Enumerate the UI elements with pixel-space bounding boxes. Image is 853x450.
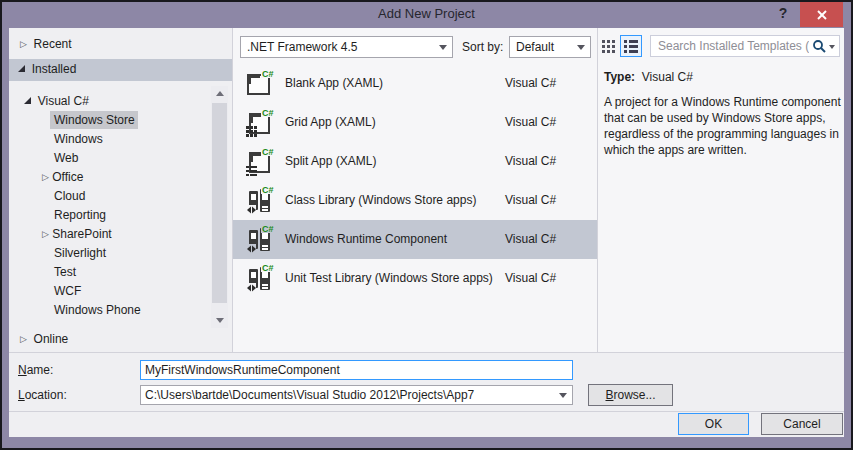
list-view-icon xyxy=(624,40,638,53)
tree-item-silverlight[interactable]: Silverlight xyxy=(54,246,106,260)
collapsed-arrow-icon[interactable]: ▷ xyxy=(42,172,49,182)
tree-item-sharepoint[interactable]: ▷ SharePoint xyxy=(42,227,112,241)
tree-item-recent[interactable]: ▷ Recent xyxy=(20,37,72,51)
template-type: Type: Visual C# xyxy=(604,70,693,84)
scroll-down-icon[interactable] xyxy=(211,313,228,328)
list-view-button[interactable] xyxy=(620,35,642,57)
chevron-down-icon xyxy=(559,393,567,398)
tree-item-visual-csharp[interactable]: Visual C# xyxy=(24,94,89,108)
tree-item-office[interactable]: ▷ Office xyxy=(42,170,83,184)
search-icon xyxy=(812,39,827,58)
expanded-arrow-icon[interactable] xyxy=(18,65,25,72)
windows-runtime-component-icon: C# xyxy=(244,223,276,255)
template-row-split-app[interactable]: C# Split App (XAML) Visual C# xyxy=(233,142,597,181)
scroll-up-icon[interactable] xyxy=(211,86,228,101)
collapsed-arrow-icon[interactable]: ▷ xyxy=(20,334,27,344)
location-combobox[interactable]: C:\Users\bartde\Documents\Visual Studio … xyxy=(140,385,573,405)
ok-button[interactable]: OK xyxy=(678,413,749,435)
template-description: A project for a Windows Runtime componen… xyxy=(604,94,844,158)
framework-combobox-value: .NET Framework 4.5 xyxy=(247,40,357,54)
tree-item-windows-store[interactable]: Windows Store xyxy=(54,113,135,127)
expanded-arrow-icon[interactable] xyxy=(24,97,31,104)
class-library-icon: C# xyxy=(244,184,276,216)
form-divider xyxy=(9,352,844,353)
svg-text:C#: C# xyxy=(262,263,274,273)
template-row-class-library[interactable]: C# Class Library (Windows Store apps) Vi… xyxy=(233,181,597,220)
location-value: C:\Users\bartde\Documents\Visual Studio … xyxy=(145,388,474,402)
sort-by-label: Sort by: xyxy=(462,40,503,54)
framework-combobox[interactable]: .NET Framework 4.5 xyxy=(240,36,453,58)
add-new-project-dialog: Add New Project ? .NET Framework 4.5 Sor… xyxy=(0,0,853,450)
svg-text:C#: C# xyxy=(262,69,274,79)
tree-item-test[interactable]: Test xyxy=(54,265,76,279)
location-label: Location: xyxy=(18,388,67,402)
split-app-icon: C# xyxy=(244,145,276,177)
tree-item-online[interactable]: ▷ Online xyxy=(20,332,68,346)
buttons-divider xyxy=(9,411,844,412)
sort-combobox[interactable]: Default xyxy=(509,36,591,58)
collapsed-arrow-icon[interactable]: ▷ xyxy=(42,229,49,239)
svg-text:C#: C# xyxy=(262,147,274,157)
blank-app-icon: C# xyxy=(244,67,276,99)
small-icons-grid-icon xyxy=(602,40,615,53)
scrollbar-thumb[interactable] xyxy=(212,103,227,303)
svg-text:C#: C# xyxy=(262,108,274,118)
type-label: Type: xyxy=(604,70,635,84)
help-button[interactable]: ? xyxy=(774,5,792,21)
tree-item-web[interactable]: Web xyxy=(54,151,78,165)
chevron-down-icon xyxy=(577,45,585,50)
tree-item-cloud[interactable]: Cloud xyxy=(54,189,85,203)
template-row-windows-runtime-component[interactable]: C# Windows Runtime Component Visual C# xyxy=(233,220,597,259)
tree-item-windows-phone[interactable]: Windows Phone xyxy=(54,303,141,317)
tree-item-wcf[interactable]: WCF xyxy=(54,284,81,298)
tree-item-installed[interactable]: Installed xyxy=(18,62,76,76)
search-box xyxy=(650,35,840,57)
template-row-blank-app[interactable]: C# Blank App (XAML) Visual C# xyxy=(233,64,597,103)
close-icon xyxy=(816,9,828,21)
browse-button[interactable]: Browse... xyxy=(588,384,673,406)
chevron-down-icon xyxy=(439,45,447,50)
cancel-button[interactable]: Cancel xyxy=(761,413,843,435)
list-details-divider xyxy=(597,28,598,352)
template-row-grid-app[interactable]: C# Grid App (XAML) Visual C# xyxy=(233,103,597,142)
tree-item-windows[interactable]: Windows xyxy=(54,132,103,146)
unit-test-library-icon: C# xyxy=(244,262,276,294)
template-row-unit-test-library[interactable]: C# Unit Test Library (Windows Store apps… xyxy=(233,259,597,298)
type-value: Visual C# xyxy=(642,70,693,84)
name-label: Name: xyxy=(18,363,53,377)
chevron-down-icon[interactable] xyxy=(829,45,835,49)
svg-text:C#: C# xyxy=(262,224,274,234)
close-button[interactable] xyxy=(800,2,843,27)
dialog-title: Add New Project xyxy=(0,6,853,21)
svg-text:C#: C# xyxy=(262,185,274,195)
tree-item-reporting[interactable]: Reporting xyxy=(54,208,106,222)
search-input[interactable] xyxy=(656,38,811,54)
sort-combobox-value: Default xyxy=(516,40,554,54)
name-input[interactable] xyxy=(140,360,573,380)
grid-app-icon: C# xyxy=(244,106,276,138)
collapsed-arrow-icon[interactable]: ▷ xyxy=(20,39,27,49)
tree-scrollbar[interactable] xyxy=(211,86,228,328)
small-icons-view-button[interactable] xyxy=(600,38,617,55)
